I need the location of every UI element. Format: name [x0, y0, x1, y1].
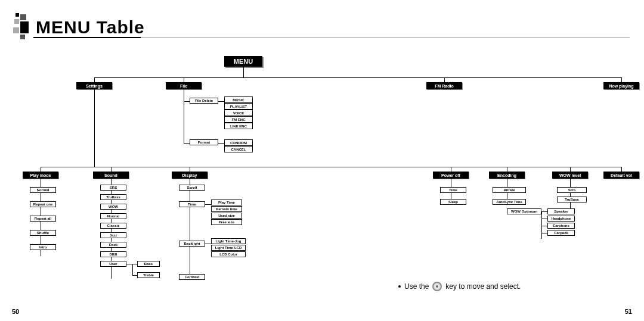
wow-opt: Carpack [547, 230, 575, 236]
note-pre: Use the [404, 282, 429, 291]
disp-contrast: Contrast [179, 274, 205, 280]
line [184, 101, 190, 102]
line [41, 167, 41, 172]
pm-item: Normal [30, 187, 56, 193]
line [243, 67, 244, 77]
snd-item: WOW [100, 204, 126, 210]
disp-time-opt: Remain time [211, 206, 242, 212]
pm-item: Intro [30, 244, 56, 250]
line [111, 167, 112, 172]
enc-item: AutoSync Time [493, 199, 526, 205]
line [94, 77, 95, 82]
page-number-left: 50 [12, 308, 19, 315]
l1-settings: Settings [76, 82, 112, 89]
pwr-item: Sleep [440, 199, 466, 205]
pwr-item: Time [440, 187, 466, 193]
l1-file: File [166, 82, 202, 89]
title-underline-dark [33, 37, 141, 38]
line [190, 179, 190, 277]
line [190, 167, 190, 172]
disp-bl-opt: Light Time-Jog [211, 238, 246, 244]
line [218, 101, 224, 102]
instruction-note: Use the key to move and select. [398, 282, 521, 291]
line [570, 167, 571, 172]
note-post: key to move and select. [445, 282, 521, 291]
line [184, 89, 184, 143]
line [451, 167, 451, 172]
snd-item: User [100, 261, 126, 267]
format-opt: CONFIRM [224, 139, 253, 146]
line [184, 77, 184, 82]
line [541, 211, 547, 212]
line [621, 167, 622, 172]
set-encoding: Encoding [489, 172, 525, 179]
file-format: Format [190, 139, 218, 145]
disp-bl-opt: Light Time-LCD [211, 245, 246, 251]
snd-item: SRS [100, 185, 126, 191]
wow-opt: Earphone [547, 223, 575, 229]
line [94, 89, 95, 167]
disp-time-opt: Play Time [211, 200, 242, 205]
line [205, 204, 211, 205]
disp-backlight: Backlight [179, 241, 205, 247]
set-display: Display [172, 172, 208, 179]
format-opt: CANCEL [224, 146, 253, 152]
line [184, 143, 190, 144]
line [126, 264, 132, 264]
line [132, 264, 137, 264]
line [132, 264, 133, 276]
set-wowlevel: WOW level [552, 172, 588, 179]
filedel-opt: PLAYLIST [224, 103, 253, 110]
disp-time-opt: Free size [211, 219, 242, 225]
set-defaultvol: Default vol [603, 172, 639, 179]
bullet-icon [398, 285, 401, 288]
line [541, 226, 547, 226]
pm-item: Repeat all [30, 216, 56, 222]
line [444, 77, 445, 82]
snd-item: TruBass [100, 194, 126, 200]
menu-root: MENU [224, 56, 262, 67]
line [621, 77, 622, 82]
filedel-opt: MUSIC [224, 96, 253, 103]
disp-scroll: Scroll [179, 185, 205, 191]
snd-item: Jazz [100, 232, 126, 238]
snd-item: Normal [100, 213, 126, 219]
snd-item: DBB [100, 251, 126, 257]
line [218, 143, 224, 144]
line [541, 219, 547, 219]
filedel-opt: VOICE [224, 110, 253, 116]
line [94, 77, 622, 78]
l1-fmradio: FM Radio [426, 82, 462, 89]
set-sound: Sound [93, 172, 129, 179]
snd-user: Bass [137, 261, 160, 267]
wow-opt: Headphone [547, 216, 575, 222]
page-number-right: 51 [625, 308, 632, 315]
wow-item: SRS [557, 187, 587, 193]
filedel-opt: LINE ENC [224, 123, 253, 129]
snd-item: Rock [100, 242, 126, 248]
set-playmode: Play mode [23, 172, 58, 179]
pm-item: Shuffle [30, 230, 56, 236]
disp-time: Time [179, 201, 205, 207]
pm-item: Repeat one [30, 201, 56, 207]
set-poweroff: Power off [433, 172, 469, 179]
wow-opt: Speaker [547, 208, 575, 214]
snd-user: Treble [137, 272, 160, 278]
line [132, 275, 137, 276]
wow-item: TruBass [557, 197, 587, 202]
line [205, 244, 211, 244]
line [541, 233, 547, 233]
enc-item: Bitrate [493, 187, 526, 193]
page-title: MENU Table [36, 17, 145, 38]
disp-time-opt: Used size [211, 213, 242, 219]
decor-blocks [12, 13, 30, 42]
l1-nowplaying: Now playing [603, 82, 639, 89]
file-delete: File Delete [190, 98, 218, 104]
filedel-opt: FM ENC [224, 116, 253, 123]
wow-item: WOW Optimum [507, 208, 541, 214]
disp-bl-opt: LCD Color [211, 251, 246, 257]
line [541, 211, 542, 239]
line [507, 167, 507, 172]
snd-item: Classic [100, 223, 126, 229]
line [41, 167, 622, 167]
